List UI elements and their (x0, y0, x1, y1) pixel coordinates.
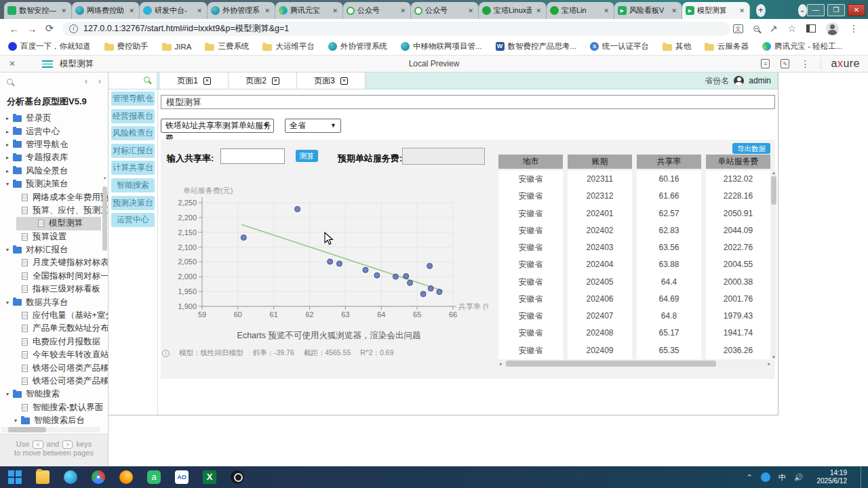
table-row[interactable]: 安徽省20240463.882004.55 (498, 256, 771, 273)
edge-browser-icon[interactable] (64, 470, 77, 484)
chevron-right-icon[interactable]: ▸ (4, 168, 11, 174)
search-icon[interactable] (7, 79, 13, 85)
console-icon[interactable]: ✎ (781, 59, 789, 68)
tab-close-icon[interactable]: ✕ (602, 7, 610, 14)
sidebar-item[interactable]: 指标三级对标看板 (0, 283, 108, 296)
reload-icon[interactable]: ⟳ (41, 22, 58, 35)
url-field[interactable]: i 127.0.0.1:32767/start.html#id=lxxkt9&p… (62, 22, 730, 36)
chrome-browser-icon[interactable] (92, 470, 105, 484)
minimize-button[interactable]: — (807, 4, 825, 16)
bookmark-item[interactable]: 其他 (663, 41, 691, 52)
sidebar-item[interactable]: 智能搜索-默认界面 (0, 401, 108, 414)
sidebar-item[interactable]: 今年较去年转改直站点 (0, 348, 108, 361)
menu-button[interactable]: 风险检查台 (111, 126, 155, 140)
profile-avatar[interactable] (826, 22, 839, 35)
chevron-left-icon[interactable]: ‹ (85, 77, 87, 86)
page-tab[interactable]: 页面3✕ (297, 73, 366, 89)
chevron-right-icon[interactable]: › (98, 77, 101, 86)
browser-tab[interactable]: 网络费控助✕ (72, 2, 140, 19)
scrollbar-thumb[interactable] (8, 427, 46, 432)
chevron-down-icon[interactable]: ▾ (4, 181, 11, 187)
page-tab-close-icon[interactable]: ✕ (272, 77, 279, 85)
browser-tab[interactable]: 数智安控—✕ (4, 2, 72, 19)
bookmark-item[interactable]: W数智费控产品思考... (496, 41, 577, 52)
table-row[interactable]: 安徽省20240262.832044.09 (498, 222, 771, 239)
sidebar-item[interactable]: 月度关键指标对标表 (0, 256, 108, 269)
browser-tab[interactable]: 模型测算✕ (682, 2, 750, 19)
page-tab[interactable]: 页面1✕ (160, 73, 229, 89)
scroll-up-icon[interactable]: ▲ (771, 171, 776, 175)
bookmark-item[interactable]: 中移物联网项目管... (401, 41, 482, 52)
sidebar-item[interactable]: ▸专题报表库 (0, 151, 108, 164)
tab-search-chevron-icon[interactable]: ⌄ (798, 4, 808, 17)
axure-menu-icon[interactable]: ⋮ (800, 58, 810, 69)
browser-tab[interactable]: 公众号✕ (411, 2, 479, 19)
table-row[interactable]: 安徽省20240162.572050.91 (498, 205, 771, 222)
sidebar-item[interactable]: 应付电量（基站+室分W (0, 309, 108, 322)
menu-button[interactable]: 对标汇报台 (111, 144, 155, 158)
taskbar-clock[interactable]: 14:19 2025/6/12 (812, 469, 853, 485)
region-select[interactable]: 全省▼ (285, 119, 341, 133)
tab-close-icon[interactable]: ✕ (331, 7, 339, 14)
back-icon[interactable]: ← (5, 23, 23, 35)
close-button[interactable]: ✕ (848, 4, 865, 16)
page-tab-close-icon[interactable]: ✕ (340, 77, 348, 85)
browser-tab[interactable]: 宝塔Linux面✕ (479, 2, 547, 19)
side-panel-icon[interactable] (806, 24, 816, 33)
browser-tab[interactable]: 研发中台-✕ (140, 2, 208, 19)
sidebar-item[interactable]: 模型测算 (16, 217, 101, 230)
site-info-icon[interactable]: i (69, 24, 78, 33)
calculate-button[interactable]: 测算 (296, 150, 318, 162)
chevron-up-icon[interactable]: ⌃ (747, 473, 753, 482)
sidebar-item[interactable]: ▾数据共享台 (0, 296, 108, 308)
sidebar-item[interactable]: 网络成本全年费用预测 (0, 190, 108, 203)
sidebar-item[interactable]: 预算、应付、预测三值 (0, 204, 108, 217)
tab-close-icon[interactable]: ✕ (60, 7, 68, 14)
tab-close-icon[interactable]: ✕ (534, 7, 542, 14)
browser-tab[interactable]: 腾讯元宝✕ (275, 2, 343, 19)
table-vertical-scrollbar[interactable]: ▲ ▼ (771, 171, 776, 359)
bookmark-item[interactable]: 费控助手 (104, 41, 149, 52)
chevron-right-icon[interactable]: ▸ (4, 142, 11, 148)
page-search-box[interactable] (108, 73, 157, 89)
bookmark-item[interactable]: 云服务器 (705, 41, 749, 52)
menu-button[interactable]: 运营中心 (111, 213, 155, 227)
table-row[interactable]: 安徽省20240865.171941.74 (498, 325, 771, 342)
chevron-down-icon[interactable]: ▾ (4, 247, 11, 253)
scroll-right-icon[interactable]: ▸ (768, 361, 770, 367)
bookmark-item[interactable]: 腾讯元宝 - 轻松工... (762, 41, 842, 52)
tab-close-icon[interactable]: ✕ (263, 7, 271, 14)
table-row[interactable]: 安徽省20231160.162132.02 (498, 171, 771, 188)
sidebar-item[interactable]: 铁塔公司塔类产品移动 (0, 361, 108, 374)
restore-button[interactable]: ❐ (827, 4, 845, 16)
table-row[interactable]: 安徽省20240564.42000.38 (498, 274, 771, 291)
chevron-right-icon[interactable]: ▸ (4, 129, 11, 135)
model-select[interactable]: 铁塔站址共享率测算单站服务费▼ (161, 119, 274, 133)
table-row[interactable]: 安徽省20240965.352036.26 (498, 342, 771, 359)
new-tab-button[interactable]: + (756, 4, 766, 17)
table-row[interactable]: 安徽省20240363.562022.76 (498, 239, 771, 256)
sidebar-item[interactable]: 电费应付月报数据 (0, 336, 108, 348)
green-chat-app-icon[interactable] (147, 470, 161, 484)
chevron-right-icon[interactable]: ▸ (4, 115, 11, 121)
bookmark-item[interactable]: 百度一下，你就知道 (8, 41, 91, 52)
message-icon[interactable] (761, 472, 770, 482)
menu-button[interactable]: 智能搜索 (111, 178, 155, 192)
tab-close-icon[interactable]: ✕ (738, 7, 746, 14)
chevron-down-icon[interactable]: ▾ (12, 418, 19, 424)
scroll-left-icon[interactable]: ◂ (499, 361, 502, 367)
user-avatar[interactable] (734, 76, 744, 86)
bookmark-item[interactable]: 外协管理系统 (328, 41, 387, 52)
browser-tab[interactable]: 公众号✕ (343, 2, 411, 19)
obs-studio-icon[interactable] (231, 470, 244, 484)
sidebar-item[interactable]: ▾对标汇报台 (0, 243, 108, 256)
menu-button[interactable]: 预测决策台 (111, 196, 155, 210)
scroll-down-icon[interactable]: ▼ (771, 355, 776, 359)
menu-button[interactable]: 经营报表台 (111, 109, 155, 123)
sidebar-item[interactable]: 全国指标时间对标一览 (0, 270, 108, 283)
input-language-indicator[interactable]: 中 (778, 472, 786, 483)
share-rate-input[interactable] (220, 148, 285, 164)
menu-button[interactable]: 计算共享台 (111, 161, 155, 175)
tab-close-icon[interactable]: ✕ (399, 7, 407, 14)
chevron-right-icon[interactable]: ▸ (4, 155, 11, 161)
